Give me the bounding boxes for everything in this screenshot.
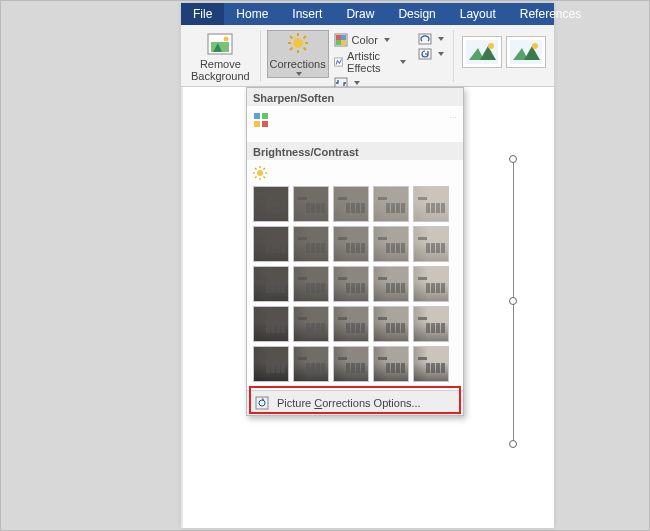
brightness-contrast-swatch[interactable] [293,186,329,222]
tab-layout[interactable]: Layout [448,3,508,25]
picture-style-thumb[interactable] [506,36,546,68]
picture-corrections-options-label: Picture Corrections Options... [277,397,421,409]
group-picture-styles [456,28,552,70]
gallery-sharpen-body: ··· [247,106,463,142]
svg-line-11 [303,36,306,39]
brightness-contrast-swatch[interactable] [333,226,369,262]
svg-rect-26 [510,40,542,64]
corrections-label: Corrections [269,58,325,70]
brightness-contrast-swatch[interactable] [253,226,289,262]
gallery-section-sharpen: Sharpen/Soften [247,88,463,106]
brightness-contrast-swatch[interactable] [413,306,449,342]
brightness-contrast-swatch[interactable] [293,306,329,342]
svg-line-42 [255,177,257,179]
svg-rect-43 [256,397,268,409]
brightness-contrast-swatch[interactable] [373,266,409,302]
svg-rect-31 [262,113,268,119]
menu-bar: File Home Insert Draw Design Layout Refe… [181,3,554,25]
brightness-contrast-swatch[interactable] [373,306,409,342]
svg-rect-22 [466,40,498,64]
brightness-contrast-swatch[interactable] [413,266,449,302]
brightness-contrast-swatch[interactable] [413,226,449,262]
ribbon: Remove Background [181,25,554,87]
svg-point-3 [224,37,229,42]
brightness-contrast-swatch[interactable] [253,306,289,342]
svg-point-34 [257,170,263,176]
artistic-effects-icon [334,55,343,69]
svg-line-10 [303,48,306,51]
svg-rect-33 [262,121,268,127]
sharpen-icon[interactable] [253,112,269,128]
selection-handle[interactable] [509,297,517,305]
selection-handle[interactable] [509,440,517,448]
svg-point-29 [532,43,538,49]
tab-references[interactable]: References [508,3,593,25]
corrections-button[interactable]: Corrections [267,30,329,78]
brightness-contrast-swatch[interactable] [253,346,289,382]
tab-insert[interactable]: Insert [280,3,334,25]
color-icon [334,33,348,47]
brightness-contrast-swatch[interactable] [413,346,449,382]
chevron-down-icon [438,37,444,41]
options-icon [255,396,269,410]
tab-home[interactable]: Home [224,3,280,25]
artistic-effects-label: Artistic Effects [347,50,394,74]
brightness-contrast-swatch[interactable] [373,226,409,262]
brightness-contrast-swatch[interactable] [413,186,449,222]
artistic-effects-button[interactable]: Artistic Effects [331,49,410,75]
corrections-caret-icon [296,72,302,76]
brightness-contrast-swatch[interactable] [293,346,329,382]
svg-rect-14 [336,35,341,40]
color-button[interactable]: Color [331,32,410,48]
svg-line-40 [264,177,266,179]
chevron-down-icon [384,38,390,42]
placeholder-mark: ··· [449,112,457,122]
brightness-contrast-grid [253,186,457,382]
remove-background-icon [206,32,234,56]
svg-line-41 [264,168,266,170]
picture-corrections-options-button[interactable]: Picture Corrections Options... [247,390,463,415]
chevron-down-icon [438,52,444,56]
tab-file[interactable]: File [181,3,224,25]
tab-draw[interactable]: Draw [334,3,386,25]
brightness-contrast-swatch[interactable] [333,346,369,382]
remove-background-button[interactable]: Remove Background [187,30,254,84]
change-picture-button[interactable] [415,32,447,46]
separator [260,30,261,82]
remove-background-label: Remove Background [191,58,250,82]
chevron-down-icon [400,60,406,64]
color-label: Color [352,34,378,46]
svg-rect-16 [336,40,341,45]
brightness-contrast-swatch[interactable] [333,266,369,302]
brightness-contrast-swatch[interactable] [293,266,329,302]
svg-rect-15 [341,35,346,40]
gallery-section-bc: Brightness/Contrast [247,142,463,160]
reset-picture-button[interactable] [415,47,447,61]
separator [453,30,454,82]
selection-handle[interactable] [509,155,517,163]
gallery-bc-body [247,160,463,390]
svg-line-12 [290,48,293,51]
group-adjust: Corrections Color [263,28,452,92]
reset-picture-icon [418,48,432,60]
svg-line-9 [290,36,293,39]
corrections-gallery: Sharpen/Soften ··· Brightness/Contrast [246,87,464,416]
svg-point-25 [488,43,494,49]
svg-line-39 [255,168,257,170]
svg-rect-17 [341,40,346,45]
svg-rect-32 [254,121,260,127]
brightness-contrast-swatch[interactable] [293,226,329,262]
brightness-contrast-swatch[interactable] [373,346,409,382]
corrections-icon [284,32,312,56]
brightness-icon [253,166,267,180]
brightness-contrast-swatch[interactable] [333,186,369,222]
app-window: File Home Insert Draw Design Layout Refe… [181,3,554,528]
tab-design[interactable]: Design [386,3,447,25]
brightness-contrast-swatch[interactable] [373,186,409,222]
brightness-contrast-swatch[interactable] [333,306,369,342]
chevron-down-icon [354,81,360,85]
brightness-contrast-swatch[interactable] [253,266,289,302]
brightness-contrast-swatch[interactable] [253,186,289,222]
picture-style-thumb[interactable] [462,36,502,68]
svg-rect-30 [254,113,260,119]
